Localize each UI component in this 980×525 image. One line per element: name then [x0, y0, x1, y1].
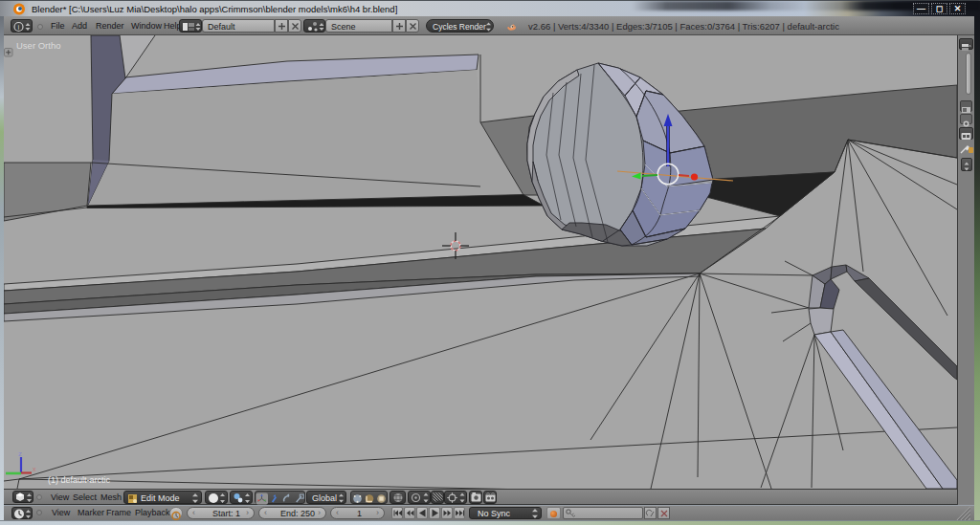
svg-text:z: z	[18, 449, 22, 458]
svg-text:x: x	[33, 466, 36, 472]
svg-text:User Ortho: User Ortho	[16, 40, 60, 51]
svg-text:i: i	[18, 23, 20, 32]
svg-text:(1) default-arctic: (1) default-arctic	[48, 475, 111, 485]
